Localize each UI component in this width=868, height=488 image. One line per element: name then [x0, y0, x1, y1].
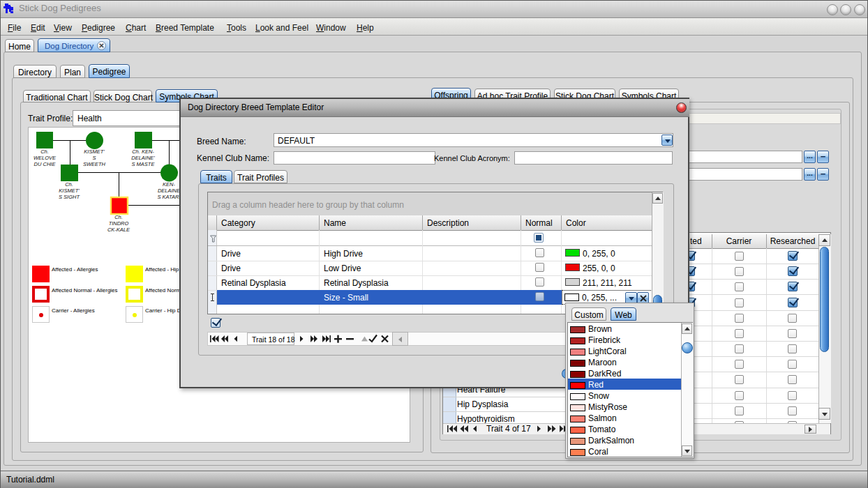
svg-text:DU CHIE: DU CHIE	[34, 161, 57, 167]
svg-text:S SIGHT: S SIGHT	[59, 194, 80, 200]
svg-text:DELAINE': DELAINE'	[131, 155, 155, 161]
svg-text:S: S	[92, 155, 96, 161]
svg-text:WELOVE: WELOVE	[33, 155, 57, 161]
svg-text:Ch.: Ch.	[65, 181, 73, 188]
svg-text:Ch.: Ch.	[114, 214, 123, 220]
svg-text:S MASTE: S MASTE	[132, 161, 156, 167]
svg-text:KISMET': KISMET'	[59, 188, 80, 194]
svg-text:KISMET': KISMET'	[84, 148, 105, 155]
svg-text:Ch. KEN-: Ch. KEN-	[132, 148, 154, 155]
svg-text:CK-KALE: CK-KALE	[107, 227, 130, 233]
svg-text:S KATARI: S KATARI	[157, 194, 180, 200]
svg-text:DELAINE: DELAINE	[158, 188, 181, 194]
svg-text:Ch.: Ch.	[40, 148, 49, 155]
svg-text:TINDRO: TINDRO	[109, 220, 129, 227]
svg-text:Trait 4 of 17: Trait 4 of 17	[486, 425, 531, 433]
svg-text:SWEETH: SWEETH	[83, 161, 106, 167]
svg-text:KEN-: KEN-	[163, 181, 175, 188]
